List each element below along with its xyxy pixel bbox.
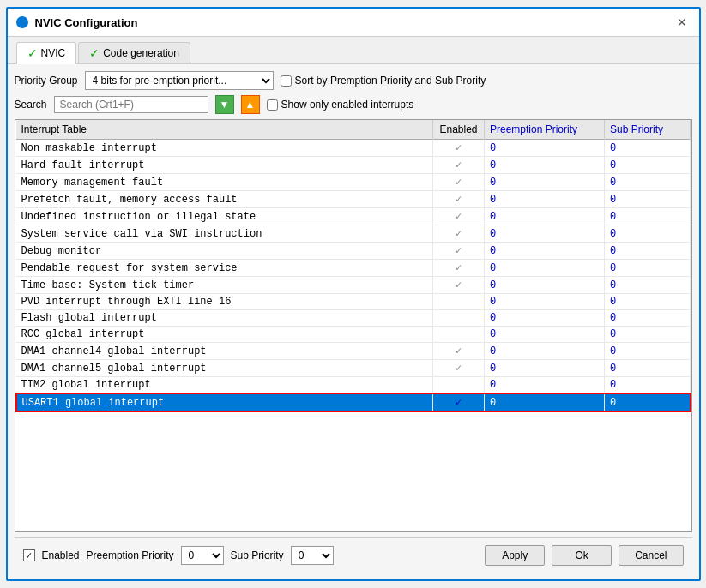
priority-group-row: Priority Group 4 bits for pre-emption pr… <box>15 71 692 90</box>
table-row[interactable]: Debug monitor✓00 <box>16 243 691 260</box>
table-row[interactable]: Time base: System tick timer✓00 <box>16 277 691 294</box>
interrupt-preemption: 0 <box>485 174 605 191</box>
table-row[interactable]: Undefined instruction or illegal state✓0… <box>16 208 691 225</box>
table-row[interactable]: Flash global interrupt□00 <box>16 310 691 327</box>
check-gray-icon: ✓ <box>456 228 462 240</box>
interrupt-preemption: 0 <box>485 243 605 260</box>
table-row[interactable]: PVD interrupt through EXTI line 16□00 <box>16 294 691 310</box>
interrupt-preemption: 0 <box>485 208 605 225</box>
interrupt-enabled[interactable]: ✓ <box>433 140 485 157</box>
footer-sub-label: Sub Priority <box>231 549 284 561</box>
interrupt-name: PVD interrupt through EXTI line 16 <box>16 294 433 310</box>
priority-group-select[interactable]: 4 bits for pre-emption priorit... <box>85 71 274 90</box>
cancel-button[interactable]: Cancel <box>619 545 683 566</box>
apply-button[interactable]: Apply <box>485 545 545 566</box>
col-interrupt-table: Interrupt Table <box>16 120 433 140</box>
interrupt-enabled[interactable]: □ <box>433 310 485 327</box>
interrupt-subpriority: 0 <box>605 208 691 225</box>
interrupt-subpriority: 0 <box>605 327 691 343</box>
interrupt-enabled[interactable]: ✓ <box>433 260 485 277</box>
table-row[interactable]: Hard fault interrupt✓00 <box>16 157 691 174</box>
sort-checkbox[interactable] <box>281 75 292 87</box>
interrupt-enabled[interactable]: □ <box>433 377 485 394</box>
interrupt-preemption: 0 <box>485 225 605 243</box>
table-row[interactable]: RCC global interrupt□00 <box>16 327 691 343</box>
interrupt-subpriority: 0 <box>605 157 691 174</box>
footer-enabled-checkbox[interactable]: ✓ <box>23 549 35 561</box>
search-input[interactable] <box>54 96 208 113</box>
interrupt-name: DMA1 channel5 global interrupt <box>16 360 433 377</box>
search-down-button[interactable]: ▼ <box>215 95 234 114</box>
interrupt-subpriority: 0 <box>605 343 691 360</box>
interrupt-table-container: Interrupt Table Enabled Preemption Prior… <box>15 119 692 532</box>
check-gray-icon: ✓ <box>456 177 462 189</box>
show-enabled-text: Show only enabled interrupts <box>281 99 414 111</box>
table-row[interactable]: TIM2 global interrupt□00 <box>16 377 691 394</box>
interrupt-enabled[interactable]: ✓ <box>433 208 485 225</box>
interrupt-subpriority: 0 <box>605 174 691 191</box>
interrupt-preemption: 0 <box>485 277 605 294</box>
interrupt-enabled[interactable]: ✓ <box>433 360 485 377</box>
table-row[interactable]: DMA1 channel5 global interrupt✓00 <box>16 360 691 377</box>
ok-button[interactable]: Ok <box>552 545 612 566</box>
check-gray-icon: ✓ <box>456 245 462 257</box>
footer-sub-select[interactable]: 0 <box>291 546 334 565</box>
interrupt-name: Pendable request for system service <box>16 260 433 277</box>
interrupt-enabled[interactable]: ✓ <box>433 277 485 294</box>
codegen-tab-check-icon: ✓ <box>89 46 100 60</box>
table-row[interactable]: DMA1 channel4 global interrupt✓00 <box>16 343 691 360</box>
interrupt-enabled[interactable]: □ <box>433 327 485 343</box>
table-row[interactable]: System service call via SWI instruction✓… <box>16 225 691 243</box>
close-button[interactable]: ✕ <box>673 14 691 31</box>
col-enabled: Enabled <box>433 120 485 140</box>
interrupt-subpriority: 0 <box>605 243 691 260</box>
table-row[interactable]: USART1 global interrupt✓00 <box>16 393 691 411</box>
interrupt-subpriority: 0 <box>605 360 691 377</box>
tab-nvic[interactable]: ✓ NVIC <box>16 42 77 64</box>
title-icon <box>16 16 28 28</box>
interrupt-enabled[interactable]: ✓ <box>433 393 485 411</box>
check-empty-icon: □ <box>456 379 462 391</box>
check-blue-icon: ✓ <box>456 397 462 409</box>
interrupt-enabled[interactable]: □ <box>433 294 485 310</box>
search-up-button[interactable]: ▲ <box>241 95 260 114</box>
interrupt-name: Flash global interrupt <box>16 310 433 327</box>
show-enabled-checkbox[interactable] <box>267 99 278 111</box>
footer: ✓ Enabled Preemption Priority 0 Sub Prio… <box>15 537 692 573</box>
check-gray-icon: ✓ <box>456 142 462 154</box>
interrupt-enabled[interactable]: ✓ <box>433 243 485 260</box>
title-bar: NVIC Configuration ✕ <box>8 9 699 37</box>
interrupt-name: Memory management fault <box>16 174 433 191</box>
table-row[interactable]: Memory management fault✓00 <box>16 174 691 191</box>
nvic-tab-label: NVIC <box>41 47 66 59</box>
footer-preemption-select[interactable]: 0 <box>181 546 224 565</box>
interrupt-subpriority: 0 <box>605 294 691 310</box>
interrupt-subpriority: 0 <box>605 277 691 294</box>
interrupt-enabled[interactable]: ✓ <box>433 157 485 174</box>
sort-checkbox-label[interactable]: Sort by Premption Priority and Sub Prori… <box>281 75 486 87</box>
interrupt-preemption: 0 <box>485 360 605 377</box>
check-empty-icon: □ <box>456 296 462 308</box>
check-gray-icon: ✓ <box>456 194 462 206</box>
interrupt-preemption: 0 <box>485 393 605 411</box>
footer-buttons: Apply Ok Cancel <box>485 545 683 566</box>
col-preemption: Preemption Priority <box>485 120 605 140</box>
table-row[interactable]: Non maskable interrupt✓00 <box>16 140 691 157</box>
interrupt-enabled[interactable]: ✓ <box>433 225 485 243</box>
interrupt-preemption: 0 <box>485 260 605 277</box>
tab-codegen[interactable]: ✓ Code generation <box>78 42 190 63</box>
table-row[interactable]: Prefetch fault, memory access fault✓00 <box>16 191 691 208</box>
interrupt-subpriority: 0 <box>605 140 691 157</box>
nvic-tab-check-icon: ✓ <box>27 46 38 60</box>
interrupt-subpriority: 0 <box>605 393 691 411</box>
tabs-bar: ✓ NVIC ✓ Code generation <box>8 37 699 64</box>
show-enabled-label[interactable]: Show only enabled interrupts <box>267 99 414 111</box>
check-empty-icon: □ <box>456 312 462 324</box>
interrupt-enabled[interactable]: ✓ <box>433 191 485 208</box>
sort-checkbox-text: Sort by Premption Priority and Sub Prori… <box>295 75 486 87</box>
check-gray-icon: ✓ <box>456 279 462 291</box>
interrupt-enabled[interactable]: ✓ <box>433 174 485 191</box>
interrupt-name: System service call via SWI instruction <box>16 225 433 243</box>
table-row[interactable]: Pendable request for system service✓00 <box>16 260 691 277</box>
interrupt-enabled[interactable]: ✓ <box>433 343 485 360</box>
